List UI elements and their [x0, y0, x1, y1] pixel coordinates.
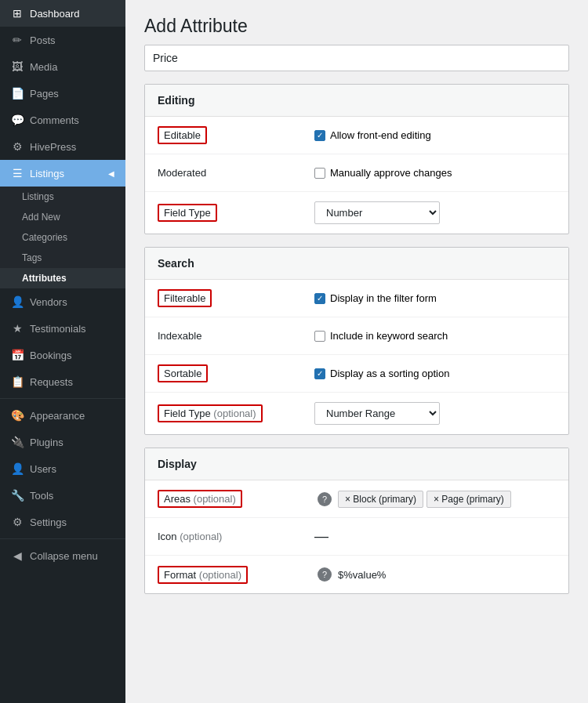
field-type-search-label-text: Field Type (optional) — [158, 404, 263, 422]
tools-icon: 🔧 — [11, 489, 24, 502]
sidebar-item-appearance[interactable]: 🎨 Appearance — [0, 402, 125, 429]
editable-checkbox-wrap[interactable]: ✓ Allow front-end editing — [314, 129, 431, 141]
editable-checkbox[interactable]: ✓ — [314, 130, 325, 141]
sidebar-item-tools[interactable]: 🔧 Tools — [0, 482, 125, 509]
sidebar-item-comments[interactable]: 💬 Comments — [0, 107, 125, 133]
control-moderated: Manually approve changes — [314, 167, 556, 179]
editable-label-text: Editable — [158, 126, 207, 144]
listings-submenu: Listings Add New Categories Tags Attribu… — [0, 187, 125, 288]
sortable-checkbox[interactable]: ✓ — [314, 368, 325, 379]
form-row-field-type-editing: Field Type Number — [145, 192, 568, 234]
control-filterable: ✓ Display in the filter form — [314, 292, 556, 304]
label-filterable: Filterable — [158, 292, 314, 304]
control-sortable: ✓ Display as a sorting option — [314, 368, 556, 379]
sidebar-item-dashboard[interactable]: ⊞ Dashboard — [0, 0, 125, 27]
media-icon: 🖼 — [11, 60, 24, 73]
sidebar-submenu-listings[interactable]: Listings — [0, 187, 125, 207]
form-row-sortable: Sortable ✓ Display as a sorting option — [145, 355, 568, 393]
testimonials-icon: ★ — [11, 322, 24, 335]
requests-icon: 📋 — [11, 375, 24, 388]
sidebar-item-settings[interactable]: ⚙ Settings — [0, 509, 125, 535]
indexable-checkbox[interactable] — [314, 331, 325, 342]
sidebar-item-label: Testimonials — [30, 323, 86, 335]
sidebar-item-label: Appearance — [30, 410, 85, 422]
sidebar-item-users[interactable]: 👤 Users — [0, 455, 125, 482]
form-row-areas: Areas (optional) ? × Block (primary) × P… — [145, 480, 568, 518]
areas-label-text: Areas (optional) — [158, 490, 242, 508]
posts-icon: ✏ — [11, 34, 24, 46]
filterable-checkbox[interactable]: ✓ — [314, 293, 325, 304]
form-row-indexable: Indexable Include in keyword search — [145, 317, 568, 355]
search-section: Search Filterable ✓ Display in the filte… — [144, 247, 569, 435]
sidebar-item-media[interactable]: 🖼 Media — [0, 53, 125, 80]
sidebar-submenu-tags[interactable]: Tags — [0, 248, 125, 268]
format-value: $%value% — [338, 569, 386, 581]
tag-block-primary[interactable]: × Block (primary) — [338, 491, 423, 508]
users-icon: 👤 — [11, 462, 24, 475]
form-row-format: Format (optional) ? $%value% — [145, 556, 568, 593]
indexable-label-text: Indexable — [158, 330, 201, 342]
sidebar-item-testimonials[interactable]: ★ Testimonials — [0, 315, 125, 342]
name-input-row — [125, 45, 588, 84]
field-type-editing-label-text: Field Type — [158, 204, 217, 222]
settings-icon: ⚙ — [11, 516, 24, 528]
sidebar-item-bookings[interactable]: 📅 Bookings — [0, 342, 125, 368]
filterable-checkbox-wrap[interactable]: ✓ Display in the filter form — [314, 292, 437, 304]
sidebar-item-label: Plugins — [30, 437, 64, 448]
chevron-icon: ◀ — [108, 169, 114, 178]
label-format: Format (optional) — [158, 569, 314, 581]
label-sortable: Sortable — [158, 368, 314, 379]
collapse-icon: ◀ — [11, 549, 24, 562]
sidebar-item-pages[interactable]: 📄 Pages — [0, 80, 125, 107]
editing-section: Editing Editable ✓ Allow front-end editi… — [144, 84, 569, 234]
control-areas: ? × Block (primary) × Page (primary) — [314, 491, 556, 508]
tag-page-primary[interactable]: × Page (primary) — [426, 491, 511, 508]
indexable-checkbox-label: Include in keyword search — [330, 330, 448, 342]
sidebar-item-vendors[interactable]: 👤 Vendors — [0, 288, 125, 315]
editable-checkbox-label: Allow front-end editing — [330, 129, 431, 141]
label-field-type-search: Field Type (optional) — [158, 408, 314, 419]
sidebar-item-listings[interactable]: ☰ Listings ◀ — [0, 160, 125, 187]
sidebar-item-label: Dashboard — [30, 8, 80, 20]
form-row-moderated: Moderated Manually approve changes — [145, 154, 568, 192]
label-moderated: Moderated — [158, 167, 314, 179]
vendors-icon: 👤 — [11, 295, 24, 308]
appearance-icon: 🎨 — [11, 409, 24, 422]
sidebar-item-collapse[interactable]: ◀ Collapse menu — [0, 542, 125, 569]
form-row-filterable: Filterable ✓ Display in the filter form — [145, 280, 568, 317]
sidebar-item-posts[interactable]: ✏ Posts — [0, 27, 125, 53]
field-type-search-select[interactable]: Number Range — [314, 402, 440, 425]
sidebar-item-plugins[interactable]: 🔌 Plugins — [0, 429, 125, 455]
moderated-checkbox[interactable] — [314, 168, 325, 179]
sidebar-item-label: Collapse menu — [30, 550, 98, 562]
tag-block-primary-label: × Block (primary) — [345, 494, 416, 505]
filterable-checkbox-label: Display in the filter form — [330, 292, 437, 304]
moderated-checkbox-wrap[interactable]: Manually approve changes — [314, 167, 452, 179]
submenu-attributes-label: Attributes — [22, 273, 67, 284]
sidebar-item-label: Pages — [30, 88, 59, 100]
sidebar-submenu-add-new[interactable]: Add New — [0, 207, 125, 227]
page-header: Add Attribute — [125, 0, 588, 45]
indexable-checkbox-wrap[interactable]: Include in keyword search — [314, 330, 448, 342]
sidebar-submenu-categories[interactable]: Categories — [0, 227, 125, 248]
areas-tag-list: × Block (primary) × Page (primary) — [338, 491, 511, 508]
tag-page-primary-label: × Page (primary) — [434, 494, 504, 505]
format-help-icon[interactable]: ? — [318, 567, 332, 582]
format-label-text: Format (optional) — [158, 566, 248, 584]
control-format: ? $%value% — [314, 567, 556, 582]
bookings-icon: 📅 — [11, 349, 24, 361]
sidebar-item-requests[interactable]: 📋 Requests — [0, 368, 125, 395]
sortable-checkbox-wrap[interactable]: ✓ Display as a sorting option — [314, 368, 449, 379]
label-indexable: Indexable — [158, 330, 314, 342]
icon-label-text: Icon (optional) — [158, 531, 222, 542]
sidebar-item-hivepress[interactable]: ⚙ HivePress — [0, 133, 125, 160]
form-row-editable: Editable ✓ Allow front-end editing — [145, 117, 568, 154]
attribute-name-input[interactable] — [144, 45, 569, 71]
sidebar-item-label: Requests — [30, 376, 73, 388]
sidebar-item-label: Users — [30, 463, 56, 475]
areas-help-icon[interactable]: ? — [318, 492, 332, 506]
submenu-add-new-label: Add New — [22, 212, 60, 223]
field-type-editing-select[interactable]: Number — [314, 201, 440, 224]
sidebar-submenu-attributes[interactable]: Attributes — [0, 268, 125, 288]
submenu-tags-label: Tags — [22, 252, 42, 263]
